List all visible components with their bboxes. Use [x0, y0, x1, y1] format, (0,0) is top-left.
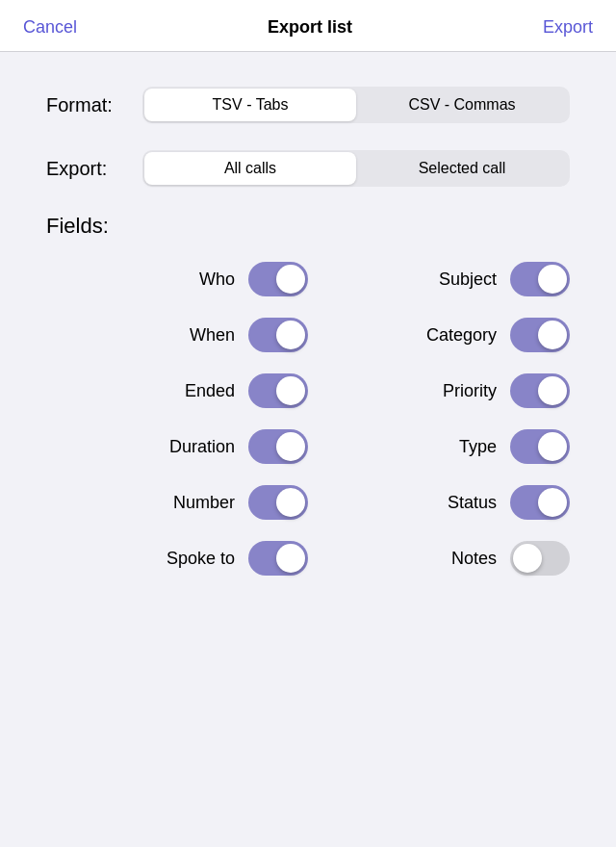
- content-area: Format: TSV - Tabs CSV - Commas Export: …: [0, 52, 616, 610]
- field-notes: Notes: [308, 541, 570, 576]
- field-priority: Priority: [308, 373, 570, 408]
- field-notes-toggle[interactable]: [510, 541, 570, 576]
- field-subject-label: Subject: [439, 270, 497, 290]
- field-spoke-to: Spoke to: [46, 541, 308, 576]
- export-segmented-control: All calls Selected call: [142, 150, 570, 187]
- format-segmented-control: TSV - Tabs CSV - Commas: [142, 87, 570, 123]
- field-number: Number: [46, 485, 308, 520]
- field-notes-label: Notes: [451, 549, 497, 569]
- export-label: Export:: [46, 158, 142, 180]
- field-ended-toggle[interactable]: [248, 373, 308, 408]
- field-when-toggle[interactable]: [248, 318, 308, 352]
- field-subject-toggle[interactable]: [510, 262, 570, 296]
- field-who: Who: [46, 262, 308, 296]
- format-option-tsv[interactable]: TSV - Tabs: [144, 89, 356, 121]
- fields-grid: Who When Ended: [46, 262, 570, 576]
- field-who-label: Who: [199, 270, 235, 290]
- field-ended-label: Ended: [185, 381, 235, 401]
- field-type-toggle[interactable]: [510, 429, 570, 464]
- field-spoke-to-toggle[interactable]: [248, 541, 308, 576]
- page-title: Export list: [268, 17, 352, 38]
- field-category-toggle[interactable]: [510, 318, 570, 352]
- field-spoke-to-label: Spoke to: [167, 549, 235, 569]
- fields-title: Fields:: [46, 214, 570, 239]
- export-option-selected[interactable]: Selected call: [356, 152, 568, 185]
- format-row: Format: TSV - Tabs CSV - Commas: [46, 87, 570, 123]
- field-priority-toggle[interactable]: [510, 373, 570, 408]
- field-category-label: Category: [426, 325, 497, 346]
- fields-right-column: Subject Category Pri: [308, 262, 570, 576]
- export-button[interactable]: Export: [543, 17, 593, 38]
- field-number-label: Number: [173, 493, 235, 513]
- field-status-toggle[interactable]: [510, 485, 570, 520]
- field-duration-toggle[interactable]: [248, 429, 308, 464]
- field-type-label: Type: [459, 437, 497, 457]
- field-category: Category: [308, 318, 570, 352]
- field-when-label: When: [190, 325, 235, 346]
- format-label: Format:: [46, 94, 142, 116]
- field-type: Type: [308, 429, 570, 464]
- format-option-csv[interactable]: CSV - Commas: [356, 89, 568, 121]
- field-duration: Duration: [46, 429, 308, 464]
- fields-section: Fields: Who When: [46, 214, 570, 576]
- field-status-label: Status: [448, 493, 497, 513]
- export-option-all[interactable]: All calls: [144, 152, 356, 185]
- field-number-toggle[interactable]: [248, 485, 308, 520]
- field-status: Status: [308, 485, 570, 520]
- field-subject: Subject: [308, 262, 570, 296]
- field-ended: Ended: [46, 373, 308, 408]
- field-priority-label: Priority: [443, 381, 497, 401]
- field-when: When: [46, 318, 308, 352]
- field-duration-label: Duration: [169, 437, 235, 457]
- header: Cancel Export list Export: [0, 0, 616, 52]
- fields-left-column: Who When Ended: [46, 262, 308, 576]
- export-scope-row: Export: All calls Selected call: [46, 150, 570, 187]
- cancel-button[interactable]: Cancel: [23, 17, 77, 38]
- field-who-toggle[interactable]: [248, 262, 308, 296]
